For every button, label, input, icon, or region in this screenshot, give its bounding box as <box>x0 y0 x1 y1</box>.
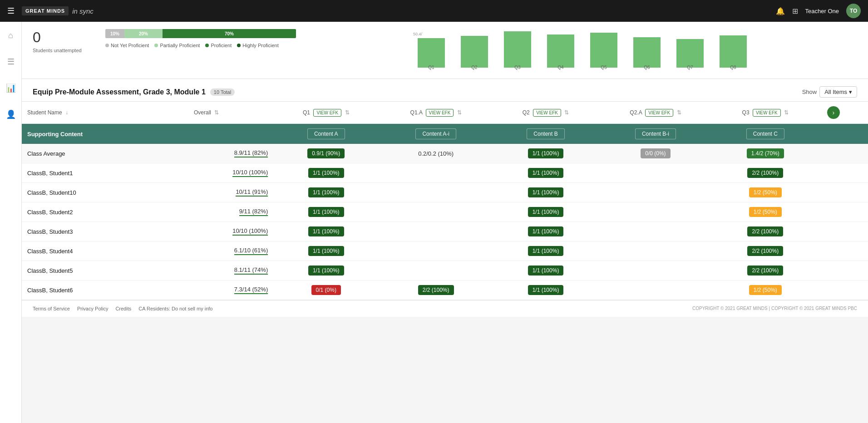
chart-area: 0 Students unattempted 10% 20% 70% Not Y… <box>22 22 868 79</box>
credits-link[interactable]: Credits <box>115 306 131 311</box>
stacked-bar: 10% 20% 70% <box>105 29 296 38</box>
student-q2a <box>598 163 713 183</box>
content-c-header: Content C <box>713 124 818 144</box>
grid-icon[interactable]: ⊞ <box>792 7 798 15</box>
student-q3: 2/2 (100%) <box>713 261 818 280</box>
sort-q1-icon[interactable]: ⇅ <box>345 109 350 116</box>
assessment-title-area: Equip Pre-Module Assessment, Grade 3, Mo… <box>33 88 235 96</box>
student-overall: 10/10 (100%) <box>188 163 273 183</box>
student-q3: 1/2 (50%) <box>713 183 818 202</box>
bar-not-proficient: 10% <box>105 29 124 38</box>
students-label: Students unattempted <box>33 48 87 53</box>
svg-text:50.4/: 50.4/ <box>413 32 423 36</box>
sidebar-doc-icon[interactable]: ☰ <box>4 53 18 70</box>
student-q1: 1/1 (100%) <box>273 163 379 183</box>
sidebar-chart-icon[interactable]: 📊 <box>2 79 20 97</box>
svg-text:Q7: Q7 <box>687 65 693 70</box>
hamburger-icon[interactable]: ☰ <box>7 6 15 16</box>
class-avg-q1a: 0.2/0.2 (10%) <box>379 144 493 163</box>
chevron-down-icon: ▾ <box>849 89 852 95</box>
all-items-button[interactable]: All Items ▾ <box>819 86 857 98</box>
student-q3: 2/2 (100%) <box>713 241 818 261</box>
sidebar: ⌂ ☰ 📊 👤 <box>0 22 22 423</box>
table-row: ClassB, Student6 7.3/14 (52%) 0/1 (0%) 2… <box>22 280 868 300</box>
copyright: COPYRIGHT © 2021 GREAT MINDS | COPYRIGHT… <box>692 306 857 311</box>
sidebar-people-icon[interactable]: 👤 <box>2 106 20 123</box>
sort-q3-icon[interactable]: ⇅ <box>784 109 789 116</box>
table-row: ClassB, Student5 8.1/11 (74%) 1/1 (100%)… <box>22 261 868 280</box>
student-name: ClassB, Student10 <box>22 183 188 202</box>
terms-link[interactable]: Terms of Service <box>33 306 70 311</box>
student-q3: 1/2 (50%) <box>713 280 818 300</box>
svg-rect-6 <box>676 39 704 68</box>
th-overall: Overall ⇅ <box>188 102 273 124</box>
content-bi-header: Content B-i <box>598 124 713 144</box>
view-efk-q2a-button[interactable]: VIEW EFK <box>645 109 673 117</box>
th-q1a: Q1.A VIEW EFK ⇅ <box>379 102 493 124</box>
svg-text:Q6: Q6 <box>644 65 650 70</box>
privacy-link[interactable]: Privacy Policy <box>77 306 108 311</box>
view-efk-q1a-button[interactable]: VIEW EFK <box>426 109 454 117</box>
student-q2: 1/1 (100%) <box>493 222 598 241</box>
svg-text:Q3: Q3 <box>514 65 521 70</box>
show-label: Show <box>802 89 817 95</box>
svg-text:Q1: Q1 <box>428 65 434 70</box>
th-student-name: Student Name ↓ <box>22 102 188 124</box>
legend-dot-not-proficient <box>105 44 109 47</box>
sort-overall-icon[interactable]: ⇅ <box>214 109 219 116</box>
table-wrapper: Student Name ↓ Overall ⇅ Q1 VIEW EFK ⇅ Q… <box>22 102 868 300</box>
student-q1a <box>379 222 493 241</box>
ca-residents-link[interactable]: CA Residents: Do not sell my info <box>138 306 212 311</box>
teacher-name: Teacher One <box>805 8 839 15</box>
show-all-area: Show All Items ▾ <box>802 86 857 98</box>
legend-item-proficient: Proficient <box>205 43 232 48</box>
footer: Terms of Service Privacy Policy Credits … <box>22 300 868 317</box>
students-count: 0 <box>33 29 87 46</box>
th-q1: Q1 VIEW EFK ⇅ <box>273 102 379 124</box>
student-q2a <box>598 241 713 261</box>
view-efk-q1-button[interactable]: VIEW EFK <box>313 109 341 117</box>
student-name: ClassB, Student5 <box>22 261 188 280</box>
next-column-button[interactable]: › <box>827 106 840 119</box>
bar-partially-proficient: 20% <box>124 29 163 38</box>
student-q2: 1/1 (100%) <box>493 261 598 280</box>
assessment-title: Equip Pre-Module Assessment, Grade 3, Mo… <box>33 88 206 96</box>
content-b-header: Content B <box>493 124 598 144</box>
content-a-header: Content A <box>273 124 379 144</box>
avatar: TO <box>846 4 861 18</box>
sidebar-home-icon[interactable]: ⌂ <box>5 27 17 44</box>
student-q1a <box>379 202 493 222</box>
view-efk-q2-button[interactable]: VIEW EFK <box>533 109 561 117</box>
svg-text:Q5: Q5 <box>601 65 607 70</box>
sort-q2-icon[interactable]: ⇅ <box>564 109 569 116</box>
table-row: ClassB, Student4 6.1/10 (61%) 1/1 (100%)… <box>22 241 868 261</box>
assessment-header: Equip Pre-Module Assessment, Grade 3, Mo… <box>22 79 868 102</box>
bell-icon[interactable]: 🔔 <box>776 7 785 15</box>
th-q3: Q3 VIEW EFK ⇅ <box>713 102 818 124</box>
svg-rect-0 <box>418 38 445 68</box>
legend-item-partially: Partially Proficient <box>154 43 200 48</box>
student-overall: 10/11 (91%) <box>188 183 273 202</box>
table-row: ClassB, Student3 10/10 (100%) 1/1 (100%)… <box>22 222 868 241</box>
view-efk-q3-button[interactable]: VIEW EFK <box>753 109 781 117</box>
class-avg-q1: 0.9/1 (90%) <box>273 144 379 163</box>
section-label: Supporting Content <box>22 124 273 144</box>
main-content: 0 Students unattempted 10% 20% 70% Not Y… <box>22 22 868 423</box>
svg-text:Q8: Q8 <box>730 65 736 70</box>
student-q2a <box>598 280 713 300</box>
class-avg-overall: 8.9/11 (82%) <box>188 144 273 163</box>
student-q1a <box>379 261 493 280</box>
student-q1a <box>379 163 493 183</box>
all-items-label: All Items <box>824 89 847 95</box>
class-average-row: Class Average 8.9/11 (82%) 0.9/1 (90%) 0… <box>22 144 868 163</box>
svg-rect-7 <box>720 35 747 68</box>
bar-chart-svg: Q1 Q2 Q3 Q4 Q5 Q6 Q7 Q8 50.4/ <box>314 29 857 70</box>
legend-dot-proficient <box>205 44 209 47</box>
sort-student-name-icon[interactable]: ↓ <box>65 109 68 116</box>
total-badge: 10 Total <box>210 89 235 96</box>
sort-q2a-icon[interactable]: ⇅ <box>677 109 681 116</box>
sort-q1a-icon[interactable]: ⇅ <box>457 109 462 116</box>
table-row: ClassB, Student10 10/11 (91%) 1/1 (100%)… <box>22 183 868 202</box>
student-q3: 2/2 (100%) <box>713 163 818 183</box>
data-table: Student Name ↓ Overall ⇅ Q1 VIEW EFK ⇅ Q… <box>22 102 868 300</box>
